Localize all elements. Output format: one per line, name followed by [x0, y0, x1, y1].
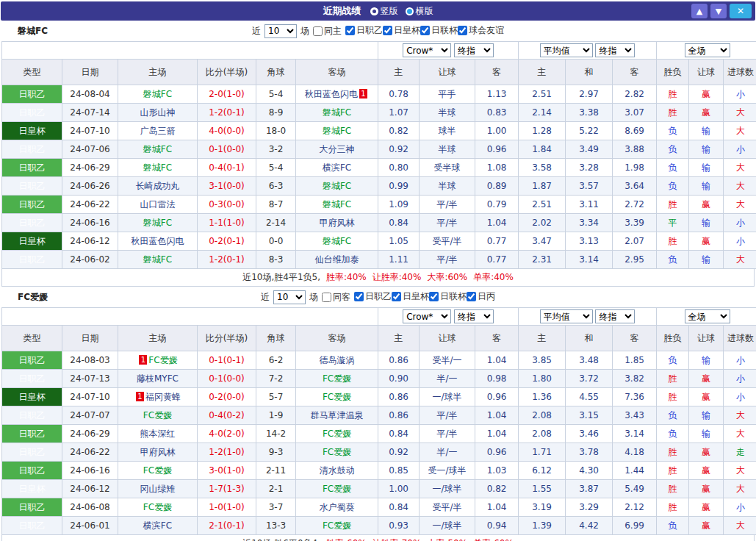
- avg-time-select[interactable]: 终指: [595, 309, 635, 323]
- match-score[interactable]: 1-0(1-0): [198, 498, 256, 517]
- home-team[interactable]: FC爱媛: [118, 462, 198, 480]
- away-team[interactable]: 磐城FC: [296, 232, 378, 251]
- home-team-name[interactable]: 甲府风林: [140, 447, 176, 457]
- home-team[interactable]: 磐城FC: [118, 140, 198, 159]
- home-team-name[interactable]: FC爱媛: [143, 502, 172, 512]
- same-venue-checkbox[interactable]: [313, 26, 323, 36]
- away-team[interactable]: 群马草津温泉: [296, 406, 378, 425]
- league-checkbox[interactable]: [420, 26, 430, 35]
- away-team[interactable]: 横滨FC: [296, 159, 378, 177]
- home-team-name[interactable]: 磐城FC: [143, 254, 172, 265]
- away-team[interactable]: 仙台维加泰: [296, 251, 378, 269]
- away-team-name[interactable]: 磐城FC: [323, 236, 351, 246]
- match-count-select[interactable]: 10: [273, 290, 306, 304]
- away-team[interactable]: 磐城FC: [296, 196, 378, 214]
- match-score[interactable]: 1-2(0-1): [198, 104, 256, 122]
- home-team-name[interactable]: 福冈黄蜂: [145, 392, 181, 402]
- away-team[interactable]: 磐城FC: [296, 177, 378, 196]
- away-team[interactable]: 磐城FC: [296, 104, 378, 122]
- away-team-name[interactable]: FC爱媛: [323, 520, 351, 531]
- layout-radio-horizontal[interactable]: 横版: [406, 5, 433, 18]
- league-filter[interactable]: 日职乙: [354, 290, 392, 303]
- away-team[interactable]: FC爱媛: [296, 443, 378, 462]
- same-venue-checkbox[interactable]: [322, 293, 331, 302]
- home-team-name[interactable]: 磐城FC: [143, 218, 172, 228]
- away-team-name[interactable]: 横滨FC: [323, 162, 351, 173]
- away-team-name[interactable]: 磐城FC: [323, 181, 351, 191]
- match-score[interactable]: 0-2(0-1): [198, 232, 256, 251]
- league-checkbox[interactable]: [467, 292, 476, 301]
- home-team-name[interactable]: FC爱媛: [148, 355, 177, 365]
- home-team[interactable]: 磐城FC: [118, 85, 198, 104]
- home-team-name[interactable]: 磐城FC: [143, 89, 172, 99]
- league-checkbox[interactable]: [429, 292, 439, 301]
- away-team-name[interactable]: 仙台维加泰: [315, 254, 359, 265]
- home-team[interactable]: 1FC爱媛: [118, 351, 198, 370]
- home-team-name[interactable]: FC爱媛: [143, 410, 172, 420]
- odds-time-select[interactable]: 终指: [454, 43, 494, 57]
- match-score[interactable]: 0-1(0-1): [198, 351, 256, 370]
- league-filter[interactable]: 日联杯: [420, 24, 458, 37]
- move-up-button[interactable]: ▲: [691, 4, 708, 18]
- home-team-name[interactable]: FC爱媛: [143, 465, 172, 476]
- match-score[interactable]: 2-1(0-1): [198, 517, 256, 535]
- home-team[interactable]: 磐城FC: [118, 214, 198, 232]
- away-team[interactable]: FC爱媛: [296, 388, 378, 406]
- odds-source-select[interactable]: Crow*: [403, 309, 451, 323]
- away-team[interactable]: 磐城FC: [296, 122, 378, 140]
- league-checkbox[interactable]: [354, 292, 364, 301]
- league-filter[interactable]: 日皇杯: [392, 290, 429, 303]
- league-filter[interactable]: 日皇杯: [383, 24, 420, 37]
- avg-source-select[interactable]: 平均值: [540, 43, 593, 57]
- league-checkbox[interactable]: [345, 26, 355, 35]
- league-checkbox[interactable]: [383, 26, 392, 35]
- away-team-name[interactable]: 秋田蓝色闪电: [305, 89, 358, 99]
- away-team[interactable]: 清水鼓动: [296, 462, 378, 480]
- match-score[interactable]: 2-0(1-0): [198, 85, 256, 104]
- home-team[interactable]: FC爱媛: [118, 406, 198, 425]
- home-team-name[interactable]: 磐城FC: [143, 144, 172, 154]
- away-team[interactable]: 甲府风林: [296, 214, 378, 232]
- match-score[interactable]: 0-1(0-0): [198, 370, 256, 388]
- same-venue-filter[interactable]: 同客: [322, 291, 350, 304]
- match-score[interactable]: 1-2(1-0): [198, 443, 256, 462]
- home-team-name[interactable]: 冈山绿雉: [140, 484, 176, 494]
- home-team[interactable]: 长崎成功丸: [118, 177, 198, 196]
- home-team[interactable]: 广岛三箭: [118, 122, 198, 140]
- league-filter[interactable]: 球会友谊: [458, 24, 504, 37]
- away-team-name[interactable]: FC爱媛: [323, 447, 351, 457]
- home-team-name[interactable]: 长崎成功丸: [136, 181, 180, 191]
- home-team[interactable]: 甲府风林: [118, 443, 198, 462]
- match-score[interactable]: 0-4(0-2): [198, 406, 256, 425]
- home-team-name[interactable]: 山口雷法: [140, 199, 176, 209]
- away-team[interactable]: FC爱媛: [296, 480, 378, 498]
- home-team[interactable]: FC爱媛: [118, 498, 198, 517]
- home-team[interactable]: 藤枝MYFC: [118, 370, 198, 388]
- match-score[interactable]: 1-7(1-3): [198, 480, 256, 498]
- league-filter[interactable]: 日丙: [467, 290, 495, 303]
- match-score[interactable]: 4-0(0-0): [198, 122, 256, 140]
- match-score[interactable]: 1-2(0-1): [198, 251, 256, 269]
- avg-time-select[interactable]: 终指: [595, 43, 635, 57]
- home-team[interactable]: 山形山神: [118, 104, 198, 122]
- avg-source-select[interactable]: 平均值: [540, 309, 593, 323]
- away-team-name[interactable]: FC爱媛: [323, 392, 351, 402]
- away-team-name[interactable]: 水户蜀葵: [320, 502, 355, 512]
- layout-radio-vertical[interactable]: 竖版: [370, 5, 398, 18]
- away-team-name[interactable]: FC爱媛: [323, 429, 351, 439]
- scope-select[interactable]: 全场: [685, 43, 730, 57]
- away-team-name[interactable]: 群马草津温泉: [311, 410, 364, 420]
- home-team[interactable]: 山口雷法: [118, 196, 198, 214]
- away-team-name[interactable]: 甲府风林: [320, 218, 355, 228]
- home-team[interactable]: 1福冈黄蜂: [118, 388, 198, 406]
- home-team[interactable]: 磐城FC: [118, 159, 198, 177]
- home-team[interactable]: 磐城FC: [118, 251, 198, 269]
- away-team-name[interactable]: 德岛漩涡: [320, 355, 355, 365]
- odds-source-select[interactable]: Crow*: [403, 43, 451, 57]
- away-team[interactable]: 水户蜀葵: [296, 498, 378, 517]
- match-score[interactable]: 3-0(1-0): [198, 462, 256, 480]
- away-team[interactable]: FC爱媛: [296, 517, 378, 535]
- away-team[interactable]: FC爱媛: [296, 425, 378, 443]
- away-team-name[interactable]: 磐城FC: [323, 199, 351, 209]
- home-team[interactable]: 熊本深红: [118, 425, 198, 443]
